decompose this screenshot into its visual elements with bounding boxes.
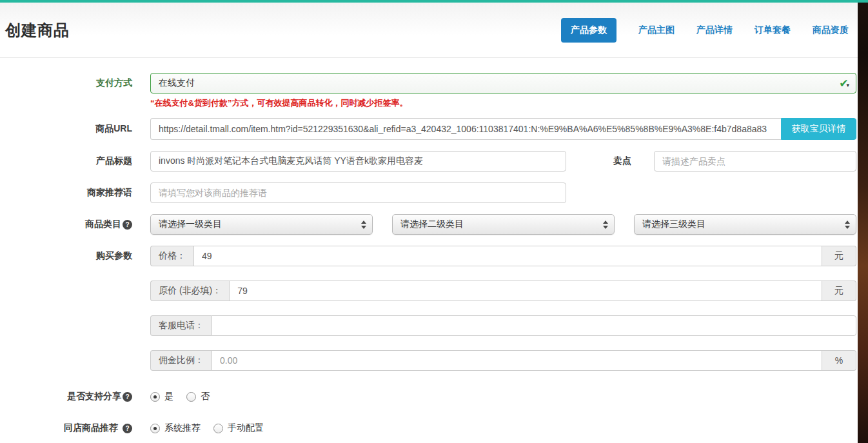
purchase-params-label: 购买参数 xyxy=(0,250,132,262)
radio-unchecked-icon xyxy=(186,392,196,402)
select-stepper-icon xyxy=(603,221,608,229)
category-level3-select[interactable]: 请选择三级类目 xyxy=(634,214,856,235)
select-stepper-icon xyxy=(845,221,850,229)
same-store-help-icon[interactable]: ? xyxy=(123,424,132,433)
radio-unchecked-icon xyxy=(213,424,223,433)
share-option-no[interactable]: 否 xyxy=(186,391,210,402)
share-help-icon[interactable]: ? xyxy=(123,392,132,402)
service-phone-input[interactable] xyxy=(212,315,856,336)
section-tabs: 产品参数 产品主图 产品详情 订单套餐 商品资质 xyxy=(561,18,849,43)
product-title-input[interactable] xyxy=(150,151,566,172)
row-share-support: 是否支持分享? 是 否 xyxy=(0,391,858,402)
same-store-option-system[interactable]: 系统推荐 xyxy=(150,422,201,434)
row-service-phone: 客服电话： xyxy=(0,315,858,336)
page-title: 创建商品 xyxy=(5,20,70,41)
commission-rate-unit: % xyxy=(822,350,856,371)
radio-checked-icon xyxy=(150,392,160,402)
category-level1-select[interactable]: 请选择一级类目 xyxy=(150,214,373,235)
tab-product-detail[interactable]: 产品详情 xyxy=(696,25,733,36)
row-product-url: 商品URL 获取宝贝详情 xyxy=(0,118,858,140)
row-same-store-recommend: 同店商品推荐? 系统推荐 手动配置 xyxy=(0,422,858,434)
success-check-icon: ✔▾ xyxy=(839,78,849,89)
tab-product-qualification[interactable]: 商品资质 xyxy=(813,25,849,36)
recommendation-label: 商家推荐语 xyxy=(0,187,132,199)
tab-product-params[interactable]: 产品参数 xyxy=(561,18,616,43)
share-support-label: 是否支持分享? xyxy=(0,391,132,402)
top-accent-bar xyxy=(0,0,868,3)
payment-method-value: 在线支付 xyxy=(159,77,195,89)
product-url-label: 商品URL xyxy=(0,123,132,135)
payment-method-label: 支付方式 xyxy=(0,77,132,89)
original-price-prefix: 原价 (非必填)： xyxy=(150,281,229,301)
price-input[interactable] xyxy=(193,246,822,266)
product-form: 支付方式 在线支付 ✔▾ “在线支付&货到付款”方式，可有效提高商品转化，同时减… xyxy=(0,58,858,434)
tab-product-main-image[interactable]: 产品主图 xyxy=(638,25,675,36)
same-store-option-manual[interactable]: 手动配置 xyxy=(213,422,264,434)
category-label: 商品类目? xyxy=(0,219,132,230)
payment-hint-text: “在线支付&货到付款”方式，可有效提高商品转化，同时减少拒签率。 xyxy=(150,97,858,109)
row-payment-method: 支付方式 在线支付 ✔▾ xyxy=(0,73,858,94)
recommendation-input[interactable] xyxy=(150,182,566,203)
commission-rate-prefix: 佣金比例： xyxy=(150,350,212,371)
original-price-unit: 元 xyxy=(822,281,856,301)
create-product-page: 创建商品 产品参数 产品主图 产品详情 订单套餐 商品资质 支付方式 在线支付 … xyxy=(0,3,858,443)
category-level2-select[interactable]: 请选择二级类目 xyxy=(392,214,615,235)
price-prefix: 价格： xyxy=(150,246,193,266)
row-category: 商品类目? 请选择一级类目 请选择二级类目 请选择三级类目 xyxy=(0,214,858,235)
tab-order-package[interactable]: 订单套餐 xyxy=(755,25,791,36)
price-unit: 元 xyxy=(822,246,856,266)
original-price-input[interactable] xyxy=(229,281,822,301)
product-url-input[interactable] xyxy=(150,118,781,140)
fetch-item-details-button[interactable]: 获取宝贝详情 xyxy=(781,118,856,140)
service-phone-prefix: 客服电话： xyxy=(150,315,212,336)
category-help-icon[interactable]: ? xyxy=(123,220,132,230)
row-recommendation: 商家推荐语 xyxy=(0,182,858,203)
row-product-title: 产品标题 卖点 xyxy=(0,151,858,172)
radio-checked-icon xyxy=(150,424,160,433)
commission-rate-input[interactable] xyxy=(212,350,822,371)
selling-point-input[interactable] xyxy=(654,151,856,172)
payment-method-select[interactable]: 在线支付 ✔▾ xyxy=(150,73,856,94)
select-stepper-icon xyxy=(361,221,366,229)
same-store-recommend-label: 同店商品推荐? xyxy=(0,422,132,434)
share-option-yes[interactable]: 是 xyxy=(150,391,173,402)
row-original-price: 原价 (非必填)： 元 xyxy=(0,281,858,301)
row-price: 购买参数 价格： 元 xyxy=(0,246,858,266)
product-title-label: 产品标题 xyxy=(0,155,132,167)
selling-point-label: 卖点 xyxy=(613,155,631,167)
page-header: 创建商品 产品参数 产品主图 产品详情 订单套餐 商品资质 xyxy=(0,3,858,58)
row-commission-rate: 佣金比例： % xyxy=(0,350,858,371)
